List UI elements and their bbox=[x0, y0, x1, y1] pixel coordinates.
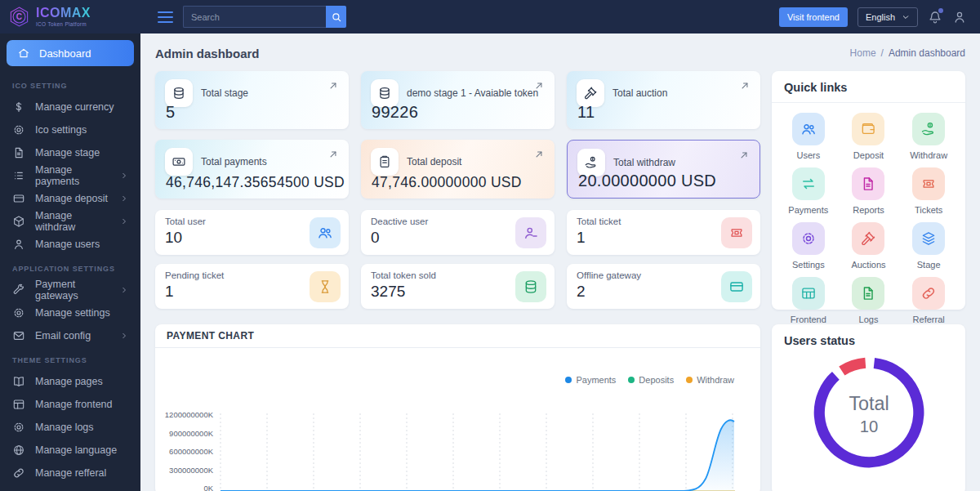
user-icon bbox=[12, 238, 25, 251]
quick-link-tickets[interactable]: Tickets bbox=[898, 167, 959, 215]
menu-toggle-icon[interactable] bbox=[158, 11, 173, 23]
person-icon bbox=[952, 10, 967, 25]
hand-dollar-icon bbox=[584, 155, 599, 170]
sidebar-item-dashboard[interactable]: Dashboard bbox=[7, 40, 134, 66]
wallet-icon bbox=[860, 121, 876, 137]
stat-card-pending-ticket[interactable]: Pending ticket 1 bbox=[155, 264, 349, 309]
sidebar-item-manage-refferal[interactable]: Manage refferal bbox=[0, 462, 140, 484]
quick-link-users[interactable]: Users bbox=[778, 113, 839, 160]
search-icon bbox=[331, 11, 342, 23]
stat-card-total-auction[interactable]: Total auction 11 bbox=[567, 71, 760, 129]
breadcrumb-home[interactable]: Home bbox=[850, 47, 876, 59]
brand[interactable]: C ICOMAX ICO Token Platform bbox=[0, 6, 140, 28]
search-bar bbox=[183, 6, 346, 28]
stat-card-total-payments[interactable]: Total payments 46,746,147.35654500 USD bbox=[155, 140, 349, 199]
stat-card-total-withdraw[interactable]: Total withdraw 20.00000000 USD bbox=[567, 140, 760, 199]
gear-icon bbox=[12, 123, 25, 136]
sidebar-item-manage-stage[interactable]: Manage stage bbox=[0, 141, 140, 164]
stat-card-total-token-sold[interactable]: Total token sold 3275 bbox=[361, 264, 555, 309]
quick-link-payments[interactable]: Payments bbox=[778, 167, 839, 215]
profile-button[interactable] bbox=[952, 10, 967, 25]
sidebar-item-manage-deposit[interactable]: Manage deposit bbox=[0, 187, 140, 210]
stat-card-available-token[interactable]: demo stage 1 - Avaiable token 99226 bbox=[361, 71, 555, 129]
layers-icon bbox=[920, 230, 937, 247]
sidebar-item-manage-pages[interactable]: Manage pages bbox=[0, 370, 140, 393]
users-status-donut-chart: Total 10 bbox=[807, 350, 931, 475]
quick-links-panel: Quick links Users Deposit Withdraw bbox=[772, 71, 965, 310]
quick-link-reports[interactable]: Reports bbox=[839, 167, 899, 215]
stat-card-total-deposit[interactable]: Total deposit 47,746.00000000 USD bbox=[361, 140, 555, 199]
sidebar-item-manage-withdraw[interactable]: Manage withdraw bbox=[0, 210, 140, 233]
breadcrumb: Home / Admin dashboard bbox=[850, 47, 965, 59]
sidebar-item-ico-settings[interactable]: Ico settings bbox=[0, 118, 140, 141]
chevron-right-icon bbox=[120, 172, 128, 180]
quick-link-frontend[interactable]: Frontend bbox=[778, 277, 839, 324]
book-icon bbox=[12, 375, 25, 388]
stat-card-total-user[interactable]: Total user 10 bbox=[155, 210, 349, 255]
svg-text:Total: Total bbox=[849, 393, 889, 414]
stat-card-offline-gateway[interactable]: Offline gateway 2 bbox=[567, 264, 760, 309]
stat-card-total-stage[interactable]: Total stage 5 bbox=[155, 71, 349, 129]
sidebar-item-manage-frontend[interactable]: Manage frontend bbox=[0, 393, 140, 416]
file-icon bbox=[860, 176, 876, 192]
stat-card-deactive-user[interactable]: Deactive user 0 bbox=[361, 210, 555, 255]
gavel-icon bbox=[583, 86, 598, 100]
language-value: English bbox=[866, 12, 895, 22]
stat-card-total-ticket[interactable]: Total ticket 1 bbox=[567, 210, 760, 255]
sidebar-section-ico-setting: ICO SETTING bbox=[0, 73, 140, 96]
arrow-up-right-icon[interactable] bbox=[739, 80, 751, 92]
svg-text:C: C bbox=[16, 12, 23, 21]
notifications-button[interactable] bbox=[928, 10, 942, 25]
language-select[interactable]: English bbox=[858, 7, 918, 27]
arrow-up-right-icon[interactable] bbox=[533, 149, 545, 160]
chevron-right-icon bbox=[120, 194, 128, 203]
users-icon bbox=[800, 121, 817, 137]
chevron-right-icon bbox=[120, 286, 128, 294]
quick-link-referral[interactable]: Referral bbox=[898, 277, 959, 324]
quick-link-deposit[interactable]: Deposit bbox=[839, 113, 899, 160]
arrow-up-right-icon[interactable] bbox=[327, 80, 339, 92]
user-minus-icon bbox=[523, 225, 539, 241]
quick-link-auctions[interactable]: Auctions bbox=[839, 222, 899, 270]
transfer-icon bbox=[800, 176, 817, 192]
svg-text:10: 10 bbox=[859, 417, 878, 435]
sidebar-item-payment-gateways[interactable]: Payment gateways bbox=[0, 279, 140, 301]
chevron-right-icon bbox=[120, 332, 128, 340]
coins-icon bbox=[377, 86, 392, 100]
quick-link-withdraw[interactable]: Withdraw bbox=[898, 113, 959, 160]
quick-link-logs[interactable]: Logs bbox=[839, 277, 899, 324]
svg-text:900000000K: 900000000K bbox=[169, 429, 214, 438]
arrow-up-right-icon[interactable] bbox=[327, 149, 339, 160]
main-content: Admin dashboard Home / Admin dashboard T… bbox=[140, 33, 980, 491]
stat-value: 46,746,147.35654500 USD bbox=[166, 174, 345, 191]
stat-value: 5 bbox=[166, 103, 175, 122]
globe-icon bbox=[12, 444, 25, 457]
sidebar-item-manage-currency[interactable]: Manage currency bbox=[0, 96, 140, 118]
sidebar-item-manage-logs[interactable]: Manage logs bbox=[0, 416, 140, 439]
search-input[interactable] bbox=[183, 6, 326, 28]
sidebar-section-application-settings: APPLICATION SETTINGS bbox=[0, 256, 140, 279]
mail-icon bbox=[12, 329, 25, 342]
box-icon bbox=[12, 215, 25, 228]
search-button[interactable] bbox=[326, 6, 346, 28]
quick-link-stage[interactable]: Stage bbox=[898, 222, 959, 270]
link-icon bbox=[920, 285, 937, 301]
sidebar-item-manage-payments[interactable]: Manage payments bbox=[0, 164, 140, 187]
sidebar-item-manage-settings[interactable]: Manage settings bbox=[0, 301, 140, 324]
coins-icon bbox=[523, 279, 539, 295]
chevron-down-icon bbox=[902, 13, 910, 21]
arrow-up-right-icon[interactable] bbox=[738, 150, 750, 161]
notification-badge bbox=[938, 8, 943, 13]
visit-frontend-button[interactable]: Visit frontend bbox=[779, 7, 848, 27]
arrow-up-right-icon[interactable] bbox=[533, 80, 545, 92]
sidebar-item-manage-users[interactable]: Manage users bbox=[0, 233, 140, 256]
hand-dollar-icon bbox=[920, 121, 937, 137]
stat-value: 47,746.00000000 USD bbox=[372, 174, 522, 191]
sidebar-item-email-config[interactable]: Email config bbox=[0, 324, 140, 347]
sidebar-item-manage-language[interactable]: Manage language bbox=[0, 439, 140, 462]
gear-icon bbox=[12, 306, 25, 319]
quick-link-settings[interactable]: Settings bbox=[778, 222, 839, 270]
wrench-icon bbox=[12, 283, 25, 297]
users-status-panel: Users status Total 10 bbox=[772, 324, 965, 491]
users-icon bbox=[317, 225, 333, 241]
